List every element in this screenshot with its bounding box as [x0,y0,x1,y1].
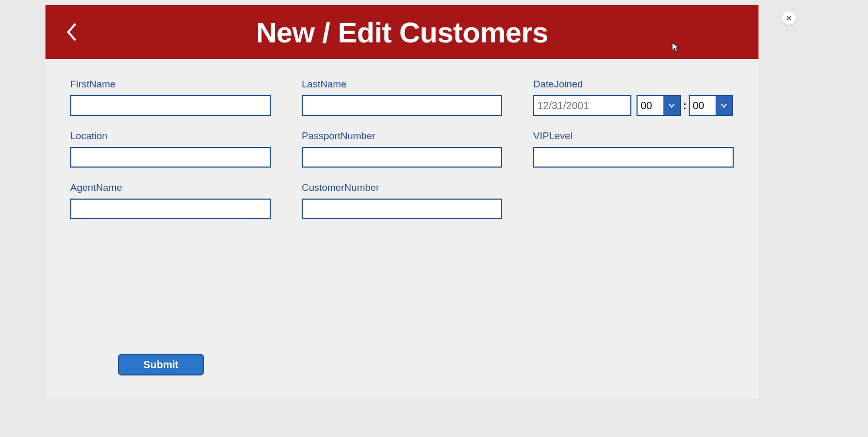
page-title: New / Edit Customers [45,16,758,49]
form-page: New / Edit Customers FirstName LastName … [45,5,758,398]
field-customer-number: CustomerNumber [302,182,502,219]
close-button[interactable] [782,11,796,25]
empty-cell [533,182,734,219]
date-joined-label: DateJoined [533,79,734,90]
chevron-down-icon [668,102,675,109]
field-date-joined: DateJoined 00 [533,79,734,116]
form-grid: FirstName LastName DateJoined [45,59,758,219]
agent-name-label: AgentName [70,182,271,193]
hours-value: 00 [638,96,663,115]
field-vip-level: VIPLevel [533,130,734,168]
minutes-dropdown-button[interactable] [716,96,732,115]
agent-name-input[interactable] [70,199,271,219]
field-passport-number: PassportNumber [302,130,502,168]
page-header: New / Edit Customers [45,5,758,59]
first-name-input[interactable] [70,95,271,116]
submit-button[interactable]: Submit [118,354,204,375]
hours-dropdown-button[interactable] [663,96,680,115]
field-last-name: LastName [302,79,502,116]
location-input[interactable] [70,147,271,168]
passport-number-label: PassportNumber [302,130,502,142]
chevron-down-icon [720,102,727,109]
passport-number-input[interactable] [302,147,502,168]
minutes-value: 00 [690,96,716,115]
hours-select[interactable]: 00 [637,95,681,116]
date-joined-row: 00 : 00 [533,95,734,116]
close-icon [786,15,792,21]
time-separator: : [683,100,687,112]
customer-number-label: CustomerNumber [302,182,502,193]
customer-number-input[interactable] [302,199,502,219]
field-first-name: FirstName [70,79,271,116]
vip-level-input[interactable] [533,147,734,168]
last-name-input[interactable] [302,95,502,116]
field-location: Location [70,130,271,168]
minutes-select[interactable]: 00 [689,95,733,116]
vip-level-label: VIPLevel [533,130,734,142]
location-label: Location [70,130,271,142]
first-name-label: FirstName [70,79,271,90]
last-name-label: LastName [302,79,502,90]
back-button[interactable] [61,16,82,49]
chevron-left-icon [65,22,78,42]
date-picker [533,95,631,116]
field-agent-name: AgentName [70,182,271,219]
